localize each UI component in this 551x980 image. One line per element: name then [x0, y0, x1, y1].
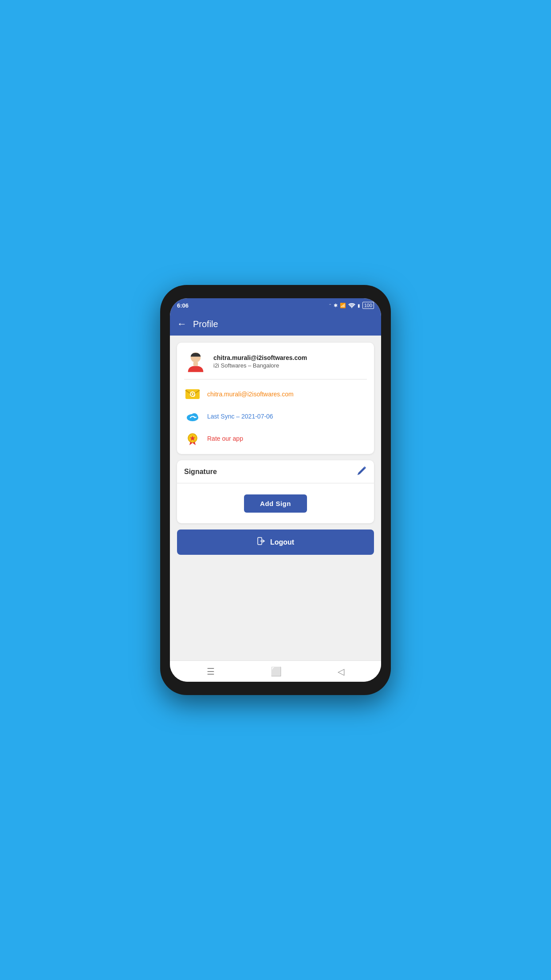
signature-header: Signature: [177, 460, 374, 483]
signature-body: Add Sign: [177, 483, 374, 523]
cloud-sync-icon: [184, 408, 201, 425]
phone-frame: 6:06 ᵔ​ ✱ 📶​ ▮ 100 ← Profile: [160, 285, 391, 695]
home-nav-icon[interactable]: ⬜: [271, 666, 282, 677]
logout-button[interactable]: Logout: [177, 530, 374, 555]
svg-point-5: [192, 393, 193, 395]
user-info-row: chitra.murali@i2isoftwares.com i2i Softw…: [184, 350, 367, 379]
user-email: chitra.murali@i2isoftwares.com: [213, 354, 307, 361]
spacer: [177, 561, 374, 653]
email-icon-svg: [184, 386, 201, 403]
phone-screen: 6:06 ᵔ​ ✱ 📶​ ▮ 100 ← Profile: [170, 298, 381, 682]
content-area: chitra.murali@i2isoftwares.com i2i Softw…: [170, 336, 381, 660]
user-company: i2i Softwares – Bangalore: [213, 362, 307, 369]
sim-icon: ▮: [358, 303, 360, 308]
email-icon: [184, 386, 201, 403]
last-sync-text: Last Sync – 2021-07-06: [207, 413, 273, 420]
linked-email-text[interactable]: chitra.murali@i2isoftwares.com: [207, 391, 294, 398]
page-title: Profile: [193, 319, 218, 329]
logout-icon: [257, 537, 266, 548]
status-bar: 6:06 ᵔ​ ✱ 📶​ ▮ 100: [170, 298, 381, 312]
signature-card: Signature Add Sign: [177, 460, 374, 523]
pen-icon[interactable]: [357, 466, 367, 478]
svg-rect-2: [193, 362, 198, 366]
logout-label: Logout: [270, 538, 294, 546]
wifi-icon-svg: [348, 303, 355, 308]
pen-icon-svg: [357, 466, 367, 475]
award-icon-svg: [184, 430, 201, 447]
linked-email-row: chitra.murali@i2isoftwares.com: [184, 386, 367, 403]
last-sync-row: Last Sync – 2021-07-06: [184, 408, 367, 425]
status-time: 6:06: [177, 302, 189, 309]
battery-icon: 100: [362, 302, 374, 309]
back-nav-icon[interactable]: ◁: [338, 666, 344, 677]
app-bar: ← Profile: [170, 312, 381, 336]
add-sign-button[interactable]: Add Sign: [244, 494, 307, 513]
bluetooth-icon-glyph: ✱: [334, 303, 338, 308]
rate-app-text[interactable]: Rate our app: [207, 435, 243, 442]
bluetooth-icon: ᵔ​: [329, 303, 331, 308]
signature-title: Signature: [184, 468, 217, 476]
avatar: [184, 350, 207, 373]
back-button[interactable]: ←: [177, 319, 187, 329]
profile-card: chitra.murali@i2isoftwares.com i2i Softw…: [177, 343, 374, 454]
status-icons: ᵔ​ ✱ 📶​ ▮ 100: [329, 302, 374, 309]
bottom-nav: ☰ ⬜ ◁: [170, 660, 381, 682]
menu-nav-icon[interactable]: ☰: [207, 666, 215, 677]
svg-point-0: [351, 307, 352, 308]
rate-app-row: Rate our app: [184, 430, 367, 447]
cloud-icon-svg: [184, 408, 201, 425]
user-details: chitra.murali@i2isoftwares.com i2i Softw…: [213, 354, 307, 369]
wifi-icon: 📶​: [340, 303, 346, 308]
logout-icon-svg: [257, 537, 266, 545]
award-icon: [184, 430, 201, 447]
